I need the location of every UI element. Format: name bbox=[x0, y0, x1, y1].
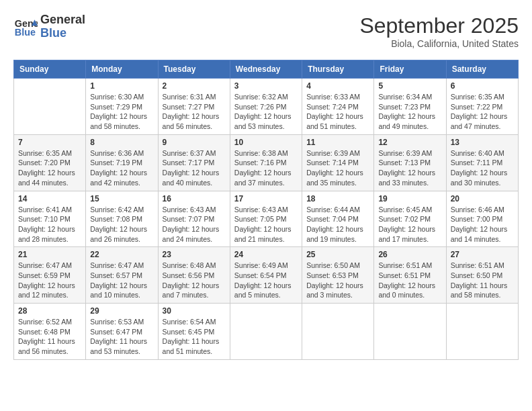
calendar-cell bbox=[230, 304, 302, 360]
calendar-cell: 4Sunrise: 6:33 AM Sunset: 7:24 PM Daylig… bbox=[302, 79, 374, 135]
calendar-cell: 14Sunrise: 6:41 AM Sunset: 7:10 PM Dayli… bbox=[14, 191, 86, 247]
day-number: 4 bbox=[306, 81, 369, 91]
day-number: 28 bbox=[18, 306, 81, 316]
calendar-cell: 19Sunrise: 6:45 AM Sunset: 7:02 PM Dayli… bbox=[374, 191, 446, 247]
day-number: 30 bbox=[163, 306, 226, 316]
weekday-header-friday: Friday bbox=[374, 60, 446, 79]
day-info: Sunrise: 6:36 AM Sunset: 7:19 PM Dayligh… bbox=[90, 148, 153, 188]
calendar-cell: 11Sunrise: 6:39 AM Sunset: 7:14 PM Dayli… bbox=[302, 134, 374, 191]
calendar-cell bbox=[446, 304, 518, 360]
day-info: Sunrise: 6:50 AM Sunset: 6:53 PM Dayligh… bbox=[306, 261, 369, 300]
calendar-cell: 7Sunrise: 6:35 AM Sunset: 7:20 PM Daylig… bbox=[14, 134, 86, 191]
calendar-cell: 9Sunrise: 6:37 AM Sunset: 7:17 PM Daylig… bbox=[158, 134, 230, 191]
week-row-3: 21Sunrise: 6:47 AM Sunset: 6:59 PM Dayli… bbox=[14, 247, 519, 304]
day-number: 3 bbox=[234, 81, 298, 91]
calendar-cell: 30Sunrise: 6:54 AM Sunset: 6:45 PM Dayli… bbox=[158, 304, 230, 360]
day-info: Sunrise: 6:42 AM Sunset: 7:08 PM Dayligh… bbox=[90, 205, 153, 244]
calendar-cell: 10Sunrise: 6:38 AM Sunset: 7:16 PM Dayli… bbox=[230, 134, 302, 191]
day-number: 15 bbox=[90, 194, 153, 203]
location: Biola, California, United States bbox=[359, 38, 519, 49]
day-number: 13 bbox=[451, 138, 514, 147]
calendar-cell: 16Sunrise: 6:43 AM Sunset: 7:07 PM Dayli… bbox=[158, 191, 230, 247]
calendar-table: SundayMondayTuesdayWednesdayThursdayFrid… bbox=[13, 60, 519, 360]
calendar-cell bbox=[14, 79, 86, 135]
day-info: Sunrise: 6:39 AM Sunset: 7:14 PM Dayligh… bbox=[306, 148, 369, 188]
day-info: Sunrise: 6:49 AM Sunset: 6:54 PM Dayligh… bbox=[234, 261, 298, 300]
weekday-header-tuesday: Tuesday bbox=[158, 60, 230, 79]
calendar-cell: 3Sunrise: 6:32 AM Sunset: 7:26 PM Daylig… bbox=[230, 79, 302, 135]
day-number: 11 bbox=[306, 138, 369, 147]
week-row-2: 14Sunrise: 6:41 AM Sunset: 7:10 PM Dayli… bbox=[14, 191, 519, 247]
calendar-cell: 27Sunrise: 6:51 AM Sunset: 6:50 PM Dayli… bbox=[446, 247, 518, 304]
calendar-cell: 23Sunrise: 6:48 AM Sunset: 6:56 PM Dayli… bbox=[158, 247, 230, 304]
svg-text:Blue: Blue bbox=[15, 26, 36, 37]
day-info: Sunrise: 6:37 AM Sunset: 7:17 PM Dayligh… bbox=[163, 148, 226, 188]
day-number: 7 bbox=[18, 138, 81, 147]
week-row-0: 1Sunrise: 6:30 AM Sunset: 7:29 PM Daylig… bbox=[14, 79, 519, 135]
calendar-cell: 12Sunrise: 6:39 AM Sunset: 7:13 PM Dayli… bbox=[374, 134, 446, 191]
calendar-cell bbox=[374, 304, 446, 360]
weekday-header-wednesday: Wednesday bbox=[230, 60, 302, 79]
day-number: 20 bbox=[451, 194, 514, 203]
day-info: Sunrise: 6:35 AM Sunset: 7:20 PM Dayligh… bbox=[18, 148, 81, 188]
day-info: Sunrise: 6:44 AM Sunset: 7:04 PM Dayligh… bbox=[306, 205, 369, 244]
week-row-1: 7Sunrise: 6:35 AM Sunset: 7:20 PM Daylig… bbox=[14, 134, 519, 191]
month-title: September 2025 bbox=[359, 13, 519, 38]
day-info: Sunrise: 6:47 AM Sunset: 6:59 PM Dayligh… bbox=[18, 261, 81, 300]
day-number: 23 bbox=[163, 250, 226, 259]
weekday-header-monday: Monday bbox=[86, 60, 158, 79]
calendar-cell: 24Sunrise: 6:49 AM Sunset: 6:54 PM Dayli… bbox=[230, 247, 302, 304]
calendar-cell: 5Sunrise: 6:34 AM Sunset: 7:23 PM Daylig… bbox=[374, 79, 446, 135]
calendar-cell: 8Sunrise: 6:36 AM Sunset: 7:19 PM Daylig… bbox=[86, 134, 158, 191]
calendar-cell: 15Sunrise: 6:42 AM Sunset: 7:08 PM Dayli… bbox=[86, 191, 158, 247]
calendar-cell: 21Sunrise: 6:47 AM Sunset: 6:59 PM Dayli… bbox=[14, 247, 86, 304]
calendar-cell: 13Sunrise: 6:40 AM Sunset: 7:11 PM Dayli… bbox=[446, 134, 518, 191]
day-number: 27 bbox=[451, 250, 514, 259]
day-info: Sunrise: 6:47 AM Sunset: 6:57 PM Dayligh… bbox=[90, 261, 153, 300]
day-info: Sunrise: 6:40 AM Sunset: 7:11 PM Dayligh… bbox=[451, 148, 514, 188]
day-info: Sunrise: 6:38 AM Sunset: 7:16 PM Dayligh… bbox=[234, 148, 298, 188]
day-number: 10 bbox=[234, 138, 298, 147]
day-number: 14 bbox=[18, 194, 81, 203]
day-info: Sunrise: 6:41 AM Sunset: 7:10 PM Dayligh… bbox=[18, 205, 81, 244]
weekday-header-row: SundayMondayTuesdayWednesdayThursdayFrid… bbox=[14, 60, 519, 79]
logo-line1: General bbox=[40, 13, 85, 26]
day-info: Sunrise: 6:34 AM Sunset: 7:23 PM Dayligh… bbox=[378, 92, 441, 132]
day-number: 2 bbox=[163, 81, 226, 91]
day-number: 16 bbox=[163, 194, 226, 203]
day-info: Sunrise: 6:54 AM Sunset: 6:45 PM Dayligh… bbox=[163, 317, 226, 357]
day-number: 8 bbox=[90, 138, 153, 147]
calendar-cell: 26Sunrise: 6:51 AM Sunset: 6:51 PM Dayli… bbox=[374, 247, 446, 304]
day-info: Sunrise: 6:30 AM Sunset: 7:29 PM Dayligh… bbox=[90, 92, 153, 132]
calendar-cell: 1Sunrise: 6:30 AM Sunset: 7:29 PM Daylig… bbox=[86, 79, 158, 135]
week-row-4: 28Sunrise: 6:52 AM Sunset: 6:48 PM Dayli… bbox=[14, 304, 519, 360]
day-number: 18 bbox=[306, 194, 369, 203]
day-info: Sunrise: 6:43 AM Sunset: 7:07 PM Dayligh… bbox=[163, 205, 226, 244]
weekday-header-sunday: Sunday bbox=[14, 60, 86, 79]
day-number: 12 bbox=[378, 138, 441, 147]
weekday-header-thursday: Thursday bbox=[302, 60, 374, 79]
day-number: 22 bbox=[90, 250, 153, 259]
day-number: 19 bbox=[378, 194, 441, 203]
calendar-cell: 28Sunrise: 6:52 AM Sunset: 6:48 PM Dayli… bbox=[14, 304, 86, 360]
day-info: Sunrise: 6:31 AM Sunset: 7:27 PM Dayligh… bbox=[163, 92, 226, 132]
day-info: Sunrise: 6:35 AM Sunset: 7:22 PM Dayligh… bbox=[451, 92, 514, 132]
calendar-cell: 17Sunrise: 6:43 AM Sunset: 7:05 PM Dayli… bbox=[230, 191, 302, 247]
day-number: 21 bbox=[18, 250, 81, 259]
day-number: 24 bbox=[234, 250, 298, 259]
calendar-cell bbox=[302, 304, 374, 360]
day-number: 5 bbox=[378, 81, 441, 91]
calendar-cell: 25Sunrise: 6:50 AM Sunset: 6:53 PM Dayli… bbox=[302, 247, 374, 304]
day-number: 25 bbox=[306, 250, 369, 259]
weekday-header-saturday: Saturday bbox=[446, 60, 518, 79]
calendar-cell: 20Sunrise: 6:46 AM Sunset: 7:00 PM Dayli… bbox=[446, 191, 518, 247]
day-info: Sunrise: 6:53 AM Sunset: 6:47 PM Dayligh… bbox=[90, 317, 153, 357]
day-info: Sunrise: 6:39 AM Sunset: 7:13 PM Dayligh… bbox=[378, 148, 441, 188]
day-info: Sunrise: 6:46 AM Sunset: 7:00 PM Dayligh… bbox=[451, 205, 514, 244]
day-info: Sunrise: 6:52 AM Sunset: 6:48 PM Dayligh… bbox=[18, 317, 81, 357]
day-info: Sunrise: 6:48 AM Sunset: 6:56 PM Dayligh… bbox=[163, 261, 226, 300]
title-block: September 2025 Biola, California, United… bbox=[359, 13, 519, 49]
day-info: Sunrise: 6:33 AM Sunset: 7:24 PM Dayligh… bbox=[306, 92, 369, 132]
logo-icon: General Blue bbox=[13, 15, 38, 39]
logo-line2: Blue bbox=[40, 26, 66, 40]
